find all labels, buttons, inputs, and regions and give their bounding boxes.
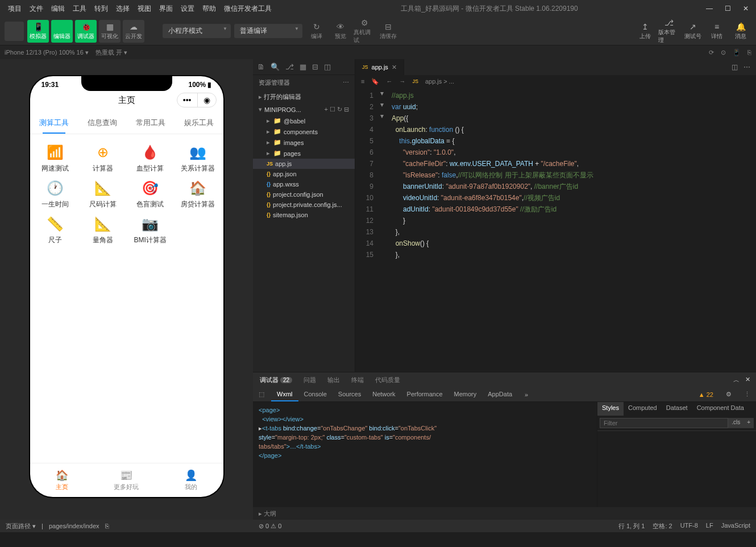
tree-item[interactable]: {} project.config.json [253, 189, 355, 200]
toolbar-button[interactable]: 编辑器 [51, 20, 73, 43]
capsule-button[interactable]: •••◉ [177, 93, 217, 107]
debugger-tab[interactable]: 输出 [326, 376, 341, 384]
toolbar-button[interactable]: ☁云开发 [123, 20, 144, 43]
file-tab[interactable]: JS app.js ✕ [355, 59, 404, 75]
menu-item[interactable]: 界面 [156, 2, 176, 16]
toolbar-button[interactable]: ↥上传 [634, 20, 656, 43]
grid-item[interactable]: 📐量角器 [82, 215, 124, 245]
bookmark-icon[interactable]: 🔖 [371, 78, 379, 85]
device-select[interactable]: iPhone 12/13 (Pro) 100% 16 ▾ [5, 49, 89, 56]
toolbar-button[interactable]: 🔔消息 [730, 20, 751, 43]
indent-info[interactable]: 空格: 2 [653, 522, 672, 531]
filter-input[interactable] [600, 418, 728, 428]
tabbar-item[interactable]: 👤我的 [159, 463, 223, 497]
debugger-tab[interactable]: 代码质量 [374, 376, 401, 384]
wxml-tree[interactable]: <page> <view></view>▸<t-tabs bind:change… [253, 402, 597, 507]
encoding[interactable]: UTF-8 [680, 522, 698, 531]
toolbar-button[interactable]: 📱模拟器 [27, 20, 49, 43]
mode-select[interactable]: 小程序模式 [163, 24, 231, 38]
grid-item[interactable]: 📶网速测试 [35, 143, 77, 173]
misc-icon[interactable]: ◫ [324, 63, 331, 71]
ext-icon[interactable]: ▦ [300, 63, 306, 71]
toggle-icon[interactable]: ≡ [361, 78, 364, 85]
debugger-tab[interactable]: 终端 [350, 376, 365, 384]
tree-item[interactable]: 📁 components [253, 126, 355, 137]
menu-item[interactable]: 编辑 [48, 2, 68, 16]
grid-item[interactable]: 📏尺子 [35, 215, 77, 245]
tree-item[interactable]: 📁 pages [253, 148, 355, 159]
code-body[interactable]: 123456789101112131415 ▾▾▾ //app.jsvar uu… [355, 88, 756, 372]
debugger-tab[interactable]: 问题 [302, 376, 317, 384]
errors-badge[interactable]: ⊘ 0 ⚠ 0 [259, 523, 281, 530]
styles-tab[interactable]: Dataset [662, 402, 692, 416]
tabbar-item[interactable]: 📰更多好玩 [94, 463, 159, 497]
kebab-icon[interactable]: ⋮ [738, 388, 756, 401]
sim-action-icon[interactable]: ⟳ [709, 49, 714, 56]
debugger-tab[interactable]: 调试器 22 [259, 376, 293, 384]
devtools-tab[interactable]: Wxml [271, 388, 298, 401]
open-editors-section[interactable]: 打开的编辑器 [253, 90, 355, 103]
eol[interactable]: LF [706, 522, 713, 531]
tree-item[interactable]: 📁 @babel [253, 115, 355, 126]
devtools-tab[interactable]: Sources [333, 388, 367, 401]
outline-section[interactable]: ▸ 大纲 [253, 507, 756, 520]
explorer-more-icon[interactable]: ⋯ [343, 79, 349, 86]
menu-item[interactable]: 选择 [113, 2, 133, 16]
menu-item[interactable]: 设置 [177, 2, 198, 16]
menu-item[interactable]: 项目 [5, 2, 25, 16]
back-icon[interactable]: ← [386, 78, 392, 85]
search-icon[interactable]: 🔍 [271, 63, 280, 71]
devtools-tab[interactable]: Performance [401, 388, 448, 401]
copy-icon[interactable]: ⎘ [105, 523, 109, 529]
grid-item[interactable]: 🕐一生时间 [35, 179, 77, 209]
add-style-button[interactable]: + [743, 418, 754, 428]
cls-button[interactable]: .cls [728, 418, 743, 428]
cursor-position[interactable]: 行 1, 列 1 [618, 522, 645, 531]
tree-item[interactable]: JS app.js [253, 159, 355, 169]
devtools-tab[interactable]: Console [298, 388, 333, 401]
grid-item[interactable]: 🩸血型计算 [130, 143, 172, 173]
toolbar-button[interactable]: ⊟清缓存 [377, 20, 399, 43]
more-icon[interactable]: ⋯ [743, 63, 750, 71]
tree-item[interactable]: {} app.wxss [253, 179, 355, 189]
settings-icon[interactable]: ⚙ [720, 388, 737, 401]
grid-item[interactable]: ⊕计算器 [82, 143, 124, 173]
styles-tab[interactable]: Styles [597, 402, 624, 416]
minimize-button[interactable]: — [704, 5, 715, 13]
toolbar-button[interactable]: ⎇版本管理 [658, 20, 680, 43]
close-tab-icon[interactable]: ✕ [392, 64, 397, 71]
toolbar-button[interactable]: ▦可视化 [99, 20, 121, 43]
menu-item[interactable]: 帮助 [199, 2, 219, 16]
grid-item[interactable]: 👥关系计算器 [177, 143, 219, 173]
close-button[interactable]: ✕ [740, 5, 751, 13]
menu-item[interactable]: 微信开发者工具 [221, 2, 275, 16]
branch-icon[interactable]: ⎇ [285, 63, 294, 71]
devtools-tab[interactable]: Network [367, 388, 401, 401]
warnings-badge[interactable]: ▲ 22 [693, 391, 719, 398]
sim-action-icon[interactable]: 📱 [733, 49, 741, 56]
language[interactable]: JavaScript [721, 522, 750, 531]
toolbar-button[interactable]: ↗测试号 [682, 20, 704, 43]
toolbar-button[interactable]: ↻编译 [306, 20, 327, 43]
menu-item[interactable]: 视图 [134, 2, 155, 16]
toolbar-button[interactable]: ⚙真机调试 [354, 20, 375, 43]
menu-item[interactable]: 转到 [91, 2, 111, 16]
phone-tab[interactable]: 测算工具 [30, 111, 78, 134]
grid-item[interactable]: 🏠房贷计算器 [177, 179, 219, 209]
toolbar-button[interactable]: 🐞调试器 [75, 20, 97, 43]
devtools-tab[interactable]: Memory [448, 388, 483, 401]
hotreload-select[interactable]: 热重载 开 ▾ [95, 48, 127, 57]
collapse-icon[interactable]: ︿ [733, 376, 740, 384]
styles-tab[interactable]: Component Data [692, 402, 749, 416]
grid-item[interactable]: 🎯色盲测试 [130, 179, 172, 209]
breadcrumb-path[interactable]: app.js > ... [425, 78, 454, 85]
sim-action-icon[interactable]: ⎘ [747, 49, 751, 56]
styles-tab[interactable]: Computed [624, 402, 662, 416]
tree-item[interactable]: 📁 images [253, 137, 355, 148]
more-tabs-icon[interactable]: » [519, 388, 534, 401]
toolbar-button[interactable]: 👁预览 [330, 20, 351, 43]
toolbar-button[interactable]: ≡详情 [706, 20, 728, 43]
forward-icon[interactable]: → [399, 78, 405, 85]
menu-item[interactable]: 工具 [69, 2, 90, 16]
compile-select[interactable]: 普通编译 [234, 24, 302, 38]
